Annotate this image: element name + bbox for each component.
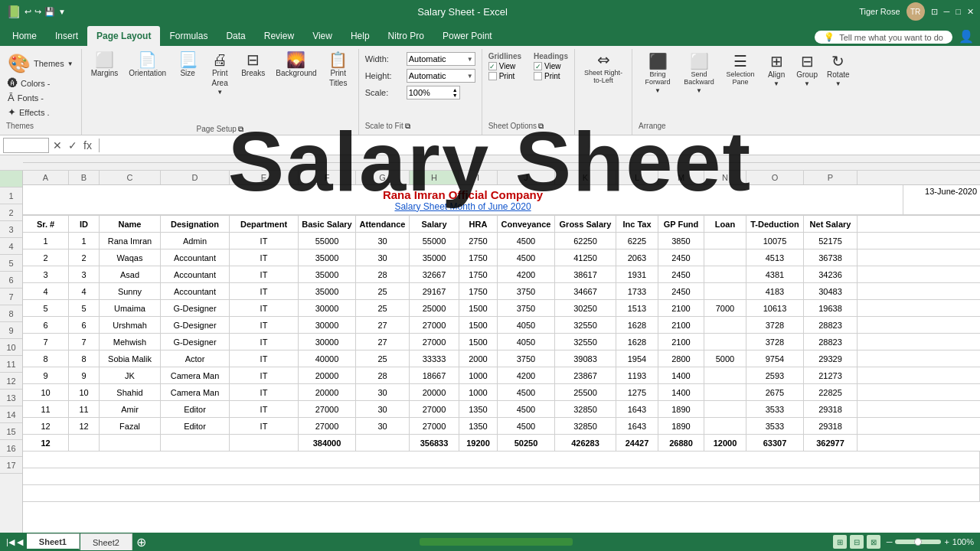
breaks-button[interactable]: ⊟ Breaks [238, 51, 268, 79]
page-layout-view-icon[interactable]: ⊟ [850, 535, 864, 549]
tab-review[interactable]: Review [255, 26, 303, 46]
col-header-g[interactable]: G [356, 171, 410, 184]
zoom-in-button[interactable]: + [944, 537, 949, 546]
effects-button[interactable]: ✦ Effects . [6, 106, 75, 119]
send-backward-dropdown[interactable]: ▼ [696, 87, 702, 94]
quick-save-icon[interactable]: 💾 [44, 7, 55, 17]
orientation-button[interactable]: 📄 Orientation [126, 51, 169, 79]
zoom-slider-thumb[interactable] [914, 538, 922, 546]
selection-pane-button[interactable]: ☰ SelectionPane [721, 52, 760, 96]
colors-button[interactable]: 🅐 Colors - [6, 77, 75, 90]
col-header-p[interactable]: P [804, 171, 858, 184]
insert-function-icon[interactable]: fx [81, 139, 94, 152]
header-net-salary[interactable]: Net Salary [804, 216, 858, 232]
col-header-j[interactable]: J [498, 171, 555, 184]
ribbon-display-icon[interactable]: ⊡ [931, 7, 938, 17]
width-input[interactable]: Automatic ▼ [407, 52, 475, 66]
col-header-b[interactable]: B [69, 171, 100, 184]
cancel-formula-icon[interactable]: ✕ [51, 139, 64, 152]
share-icon[interactable]: 👤 [959, 29, 974, 44]
header-attendance[interactable]: Attendance [356, 216, 410, 232]
confirm-formula-icon[interactable]: ✓ [66, 139, 80, 152]
tab-data[interactable]: Data [217, 26, 254, 46]
headings-print-checkbox[interactable] [534, 72, 542, 80]
table-row[interactable]: 44SunnyAccountantIT350002529167175037503… [23, 283, 980, 300]
rotate-dropdown[interactable]: ▼ [835, 80, 841, 87]
print-area-button[interactable]: 🖨 Print Area ▼ [206, 51, 234, 97]
header-hra[interactable]: HRA [459, 216, 498, 232]
table-row[interactable]: 33AsadAccountantIT3500028326671750420038… [23, 266, 980, 283]
sheet-options-expand-icon[interactable]: ⧉ [538, 122, 544, 131]
gridlines-view-checkbox[interactable]: ✓ [488, 62, 497, 70]
tab-formulas[interactable]: Formulas [160, 26, 217, 46]
send-backward-button[interactable]: ⬜ SendBackward ▼ [680, 52, 718, 96]
col-header-m[interactable]: M [658, 171, 704, 184]
rotate-button[interactable]: ↻ Rotate ▼ [824, 52, 852, 96]
table-row[interactable]: 77MehwishG-DesignerIT3000027270001500405… [23, 334, 980, 350]
header-salary[interactable]: Salary [410, 216, 459, 232]
background-button[interactable]: 🌄 Background [273, 51, 319, 79]
redo-button[interactable]: ↪ [34, 7, 41, 17]
header-department[interactable]: Department [230, 216, 299, 232]
header-designation[interactable]: Designation [161, 216, 230, 232]
themes-dropdown-icon[interactable]: ▼ [67, 60, 74, 67]
minimize-button[interactable]: ─ [944, 7, 950, 16]
table-row[interactable]: 66UrshmahG-DesignerIT3000027270001500405… [23, 317, 980, 334]
table-row[interactable]: 55UmaimaG-DesignerIT30000252500015003750… [23, 300, 980, 317]
tab-page-layout[interactable]: Page Layout [87, 26, 160, 46]
bring-forward-dropdown[interactable]: ▼ [655, 87, 661, 94]
tab-home[interactable]: Home [3, 26, 46, 46]
col-header-h[interactable]: H [410, 171, 459, 184]
align-dropdown[interactable]: ▼ [773, 80, 779, 87]
scale-to-fit-expand-icon[interactable]: ⧉ [405, 122, 410, 131]
print-titles-button[interactable]: 📋 Print Titles [325, 51, 352, 89]
maximize-button[interactable]: □ [956, 7, 961, 16]
table-row[interactable]: 1212FazalEditorIT27000302700013504500328… [23, 418, 980, 435]
page-setup-expand-icon[interactable]: ⧉ [238, 125, 243, 134]
col-header-k[interactable]: K [555, 171, 616, 184]
group-button[interactable]: ⊟ Group ▼ [793, 52, 821, 96]
scale-up-arrow[interactable]: ▲ [452, 87, 458, 93]
table-row[interactable]: 99JKCamera ManIT200002818667100042002386… [23, 367, 980, 384]
horizontal-scrollbar[interactable] [420, 538, 827, 546]
undo-button[interactable]: ↩ [24, 7, 31, 17]
col-header-l[interactable]: L [616, 171, 658, 184]
name-box[interactable] [3, 138, 49, 153]
col-header-e[interactable]: E [230, 171, 299, 184]
sheet-nav-first[interactable]: |◀ [6, 537, 15, 547]
header-sr[interactable]: Sr. # [23, 216, 69, 232]
close-button[interactable]: ✕ [967, 7, 974, 17]
scale-input[interactable]: 100% ▲ ▼ [407, 86, 460, 99]
sheet-tab-2[interactable]: Sheet2 [80, 533, 132, 550]
header-conveyance[interactable]: Conveyance [498, 216, 555, 232]
scrollbar-track[interactable] [420, 538, 573, 546]
group-dropdown[interactable]: ▼ [804, 80, 810, 87]
zoom-slider[interactable] [895, 540, 941, 544]
table-row[interactable]: 1111AmirEditorIT270003027000135045003285… [23, 401, 980, 418]
search-bar[interactable]: 💡 Tell me what you want to do [815, 31, 952, 44]
align-button[interactable]: ⊞ Align ▼ [763, 52, 790, 96]
scale-down-arrow[interactable]: ▼ [452, 93, 458, 98]
headings-view-checkbox[interactable]: ✓ [534, 62, 542, 70]
sheet-right-to-left-button[interactable]: ⇔ Sheet Right-to-Left [581, 51, 626, 86]
header-t-deduction[interactable]: T-Deduction [746, 216, 804, 232]
header-id[interactable]: ID [69, 216, 100, 232]
header-gross-salary[interactable]: Gross Salary [555, 216, 616, 232]
page-break-preview-icon[interactable]: ⊠ [867, 535, 880, 549]
gridlines-print-checkbox[interactable] [488, 72, 497, 80]
margins-button[interactable]: ⬜ Margins [88, 51, 122, 79]
sheet-tab-1[interactable]: Sheet1 [27, 533, 80, 550]
col-header-n[interactable]: N [704, 171, 746, 184]
fonts-button[interactable]: Ā Fonts - [6, 91, 75, 104]
header-name[interactable]: Name [100, 216, 161, 232]
zoom-out-button[interactable]: ─ [887, 537, 893, 546]
col-header-o[interactable]: O [746, 171, 804, 184]
tab-nitro-pro[interactable]: Nitro Pro [379, 26, 433, 46]
normal-view-icon[interactable]: ⊞ [833, 535, 847, 549]
table-row[interactable]: 22WaqasAccountantIT350003035000175045004… [23, 249, 980, 266]
header-inc-tax[interactable]: Inc Tax [616, 216, 658, 232]
tab-power-point[interactable]: Power Point [433, 26, 501, 46]
table-row[interactable]: 1010ShahidCamera ManIT200003020000100045… [23, 384, 980, 401]
height-input[interactable]: Automatic ▼ [407, 69, 475, 83]
themes-button[interactable]: 🎨 Themes ▼ [6, 52, 75, 75]
